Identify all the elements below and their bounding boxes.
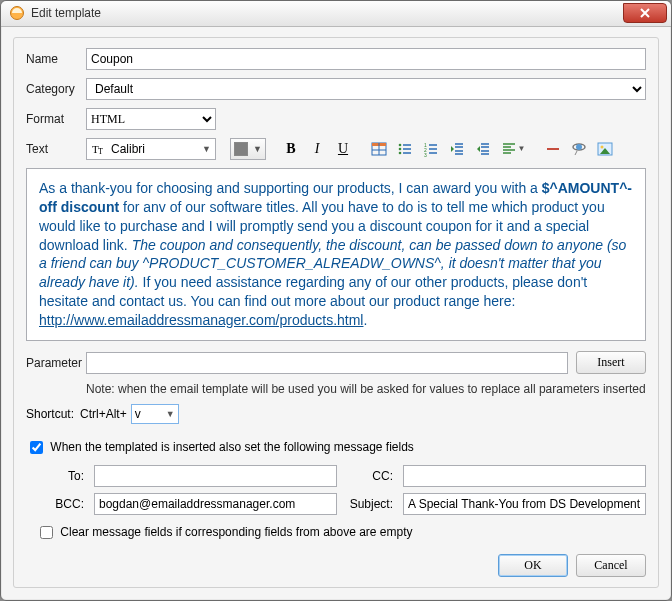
svg-point-7: [399, 144, 402, 147]
clear-fields-checkbox[interactable]: [40, 526, 53, 539]
svg-text:3: 3: [424, 152, 427, 157]
app-icon: [9, 5, 25, 21]
name-input[interactable]: [86, 48, 646, 70]
italic-button[interactable]: I: [306, 138, 328, 160]
font-icon: TT: [91, 141, 107, 157]
parameter-note: Note: when the email template will be us…: [86, 382, 646, 396]
bold-button[interactable]: B: [280, 138, 302, 160]
align-button[interactable]: ▼: [498, 138, 528, 160]
link-icon: [571, 141, 587, 157]
name-label: Name: [26, 52, 86, 66]
also-set-checkbox[interactable]: [30, 441, 43, 454]
cc-label: CC:: [345, 469, 395, 483]
bcc-input[interactable]: [94, 493, 337, 515]
parameter-input[interactable]: [86, 352, 568, 374]
color-swatch-icon: [234, 142, 248, 156]
format-select[interactable]: HTML: [86, 108, 216, 130]
outdent-button[interactable]: [446, 138, 468, 160]
underline-button[interactable]: U: [332, 138, 354, 160]
category-label: Category: [26, 82, 86, 96]
main-panel: Name Category Default Format HTML Text: [13, 37, 659, 588]
clear-fields-checkbox-label[interactable]: Clear message fields if corresponding fi…: [36, 525, 413, 539]
font-color-picker[interactable]: ▼: [230, 138, 266, 160]
cancel-button[interactable]: Cancel: [576, 554, 646, 577]
svg-marker-19: [451, 146, 454, 152]
insert-button[interactable]: Insert: [576, 351, 646, 374]
shortcut-label: Shortcut:: [26, 407, 74, 421]
numbered-list-icon: 123: [423, 141, 439, 157]
hr-icon: [545, 141, 561, 157]
align-icon: [501, 141, 517, 157]
shortcut-key-select[interactable]: v ▼: [131, 404, 179, 424]
window-title: Edit template: [31, 6, 101, 20]
image-icon: [597, 141, 613, 157]
bullet-list-button[interactable]: [394, 138, 416, 160]
italic-icon: I: [315, 141, 320, 157]
insert-link-button[interactable]: [568, 138, 590, 160]
subject-input[interactable]: [403, 493, 646, 515]
svg-point-8: [399, 148, 402, 151]
cc-input[interactable]: [403, 465, 646, 487]
format-label: Format: [26, 112, 86, 126]
table-icon: [371, 141, 387, 157]
insert-table-button[interactable]: [368, 138, 390, 160]
indent-icon: [475, 141, 491, 157]
product-link[interactable]: http://www.emailaddressmanager.com/produ…: [39, 312, 363, 328]
subject-label: Subject:: [345, 497, 395, 511]
svg-text:T: T: [98, 147, 103, 156]
font-picker[interactable]: TT Calibri ▼: [86, 138, 216, 160]
numbered-list-button[interactable]: 123: [420, 138, 442, 160]
insert-hr-button[interactable]: [542, 138, 564, 160]
svg-marker-24: [477, 146, 480, 152]
also-set-checkbox-label[interactable]: When the templated is inserted also set …: [26, 440, 414, 454]
outdent-icon: [449, 141, 465, 157]
to-input[interactable]: [94, 465, 337, 487]
category-select[interactable]: Default: [86, 78, 646, 100]
parameter-label: Parameter: [26, 356, 86, 370]
dialog-body: Name Category Default Format HTML Text: [1, 27, 671, 600]
shortcut-modifier-label: Ctrl+Alt+: [80, 407, 127, 421]
indent-button[interactable]: [472, 138, 494, 160]
dialog-window: Edit template Name Category Default Form…: [0, 0, 672, 601]
underline-icon: U: [338, 141, 348, 157]
editor-textarea[interactable]: As a thank-you for choosing and supporti…: [26, 168, 646, 341]
insert-image-button[interactable]: [594, 138, 616, 160]
bcc-label: BCC:: [36, 497, 86, 511]
text-label: Text: [26, 142, 86, 156]
close-button[interactable]: [623, 3, 667, 23]
svg-point-35: [576, 144, 582, 150]
title-bar[interactable]: Edit template: [1, 1, 671, 27]
svg-point-9: [399, 152, 402, 155]
to-label: To:: [36, 469, 86, 483]
bold-icon: B: [286, 141, 295, 157]
bullet-list-icon: [397, 141, 413, 157]
ok-button[interactable]: OK: [498, 554, 568, 577]
close-icon: [640, 8, 650, 18]
chevron-down-icon: ▼: [166, 409, 175, 419]
svg-point-37: [601, 145, 604, 148]
